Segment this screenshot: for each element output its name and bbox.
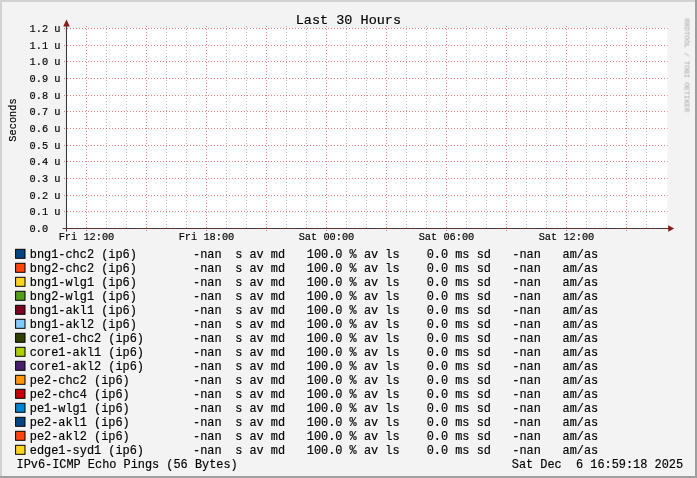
svg-text:-nan: -nan [512, 360, 541, 374]
svg-text:-nan: -nan [193, 444, 222, 458]
svg-text:bng1-wlg1 (ip6): bng1-wlg1 (ip6) [30, 276, 137, 290]
svg-text:-nan: -nan [193, 332, 222, 346]
svg-text:pe2-chc4 (ip6): pe2-chc4 (ip6) [30, 388, 130, 402]
svg-text:0.0 ms sd: 0.0 ms sd [427, 290, 491, 304]
svg-text:0.0 ms sd: 0.0 ms sd [427, 444, 491, 458]
svg-text:-nan: -nan [193, 276, 222, 290]
svg-text:-nan: -nan [193, 262, 222, 276]
svg-text:pe2-akl2 (ip6): pe2-akl2 (ip6) [30, 430, 130, 444]
svg-text:-nan: -nan [512, 262, 541, 276]
svg-text:Fri 12:00: Fri 12:00 [59, 231, 115, 243]
svg-text:Last 30 Hours: Last 30 Hours [296, 13, 401, 28]
svg-text:100.0 % av ls: 100.0 % av ls [307, 304, 400, 318]
svg-text:100.0 % av ls: 100.0 % av ls [307, 248, 400, 262]
svg-text:bng1-akl2 (ip6): bng1-akl2 (ip6) [30, 318, 137, 332]
svg-text:0.5 u: 0.5 u [30, 140, 61, 152]
svg-text:am/as: am/as [563, 388, 599, 402]
svg-text:0.7 u: 0.7 u [30, 106, 61, 118]
svg-text:s av md: s av md [235, 304, 285, 318]
svg-text:-nan: -nan [193, 318, 222, 332]
svg-text:0.0 ms sd: 0.0 ms sd [427, 248, 491, 262]
svg-text:-nan: -nan [512, 346, 541, 360]
svg-text:s av md: s av md [235, 416, 285, 430]
svg-text:100.0 % av ls: 100.0 % av ls [307, 332, 400, 346]
svg-text:-nan: -nan [193, 304, 222, 318]
svg-text:am/as: am/as [563, 276, 599, 290]
svg-text:0.0 ms sd: 0.0 ms sd [427, 262, 491, 276]
svg-text:100.0 % av ls: 100.0 % av ls [307, 290, 400, 304]
svg-text:-nan: -nan [193, 388, 222, 402]
svg-text:100.0 % av ls: 100.0 % av ls [307, 360, 400, 374]
svg-text:0.0 ms sd: 0.0 ms sd [427, 430, 491, 444]
svg-text:s av md: s av md [235, 374, 285, 388]
svg-text:0.0: 0.0 [30, 223, 49, 235]
svg-text:0.0 ms sd: 0.0 ms sd [427, 332, 491, 346]
svg-text:0.0 ms sd: 0.0 ms sd [427, 318, 491, 332]
svg-text:s av md: s av md [235, 360, 285, 374]
svg-text:-nan: -nan [193, 248, 222, 262]
svg-text:pe1-wlg1 (ip6): pe1-wlg1 (ip6) [30, 402, 130, 416]
svg-text:-nan: -nan [512, 304, 541, 318]
svg-text:1.1 u: 1.1 u [30, 40, 61, 52]
svg-text:s av md: s av md [235, 402, 285, 416]
svg-text:Sat 00:00: Sat 00:00 [299, 231, 355, 243]
svg-text:100.0 % av ls: 100.0 % av ls [307, 276, 400, 290]
svg-text:s av md: s av md [235, 332, 285, 346]
svg-text:-nan: -nan [512, 374, 541, 388]
svg-text:bng2-chc2 (ip6): bng2-chc2 (ip6) [30, 262, 137, 276]
svg-text:-nan: -nan [193, 346, 222, 360]
svg-text:RRDTOOL / TOBI OETIKER: RRDTOOL / TOBI OETIKER [683, 19, 691, 113]
svg-text:-nan: -nan [193, 416, 222, 430]
svg-text:-nan: -nan [512, 276, 541, 290]
svg-text:s av md: s av md [235, 388, 285, 402]
svg-text:s av md: s av md [235, 290, 285, 304]
svg-text:s av md: s av md [235, 262, 285, 276]
svg-text:0.0 ms sd: 0.0 ms sd [427, 388, 491, 402]
svg-text:-nan: -nan [512, 416, 541, 430]
svg-text:s av md: s av md [235, 248, 285, 262]
svg-text:am/as: am/as [563, 332, 599, 346]
svg-text:1.0 u: 1.0 u [30, 56, 61, 68]
svg-text:core1-akl1 (ip6): core1-akl1 (ip6) [30, 346, 144, 360]
svg-text:core1-chc2 (ip6): core1-chc2 (ip6) [30, 332, 144, 346]
svg-text:-nan: -nan [512, 318, 541, 332]
svg-text:0.8 u: 0.8 u [30, 90, 61, 102]
svg-text:-nan: -nan [512, 388, 541, 402]
svg-text:am/as: am/as [563, 444, 599, 458]
svg-text:0.0 ms sd: 0.0 ms sd [427, 402, 491, 416]
svg-text:100.0 % av ls: 100.0 % av ls [307, 416, 400, 430]
svg-text:0.0 ms sd: 0.0 ms sd [427, 374, 491, 388]
svg-text:100.0 % av ls: 100.0 % av ls [307, 430, 400, 444]
svg-text:am/as: am/as [563, 402, 599, 416]
svg-text:Sat 06:00: Sat 06:00 [419, 231, 475, 243]
svg-text:s av md: s av md [235, 276, 285, 290]
svg-text:s av md: s av md [235, 430, 285, 444]
svg-text:100.0 % av ls: 100.0 % av ls [307, 346, 400, 360]
svg-text:0.3 u: 0.3 u [30, 173, 61, 185]
svg-text:-nan: -nan [193, 360, 222, 374]
svg-text:am/as: am/as [563, 262, 599, 276]
svg-text:s av md: s av md [235, 444, 285, 458]
svg-text:bng2-wlg1 (ip6): bng2-wlg1 (ip6) [30, 290, 137, 304]
svg-text:0.2 u: 0.2 u [30, 190, 61, 202]
svg-text:am/as: am/as [563, 416, 599, 430]
svg-text:-nan: -nan [193, 290, 222, 304]
svg-text:-nan: -nan [193, 430, 222, 444]
svg-text:s av md: s av md [235, 318, 285, 332]
svg-text:pe2-chc2 (ip6): pe2-chc2 (ip6) [30, 374, 130, 388]
svg-text:Seconds: Seconds [7, 98, 19, 141]
svg-text:0.9 u: 0.9 u [30, 73, 61, 85]
svg-text:-nan: -nan [512, 444, 541, 458]
svg-text:am/as: am/as [563, 248, 599, 262]
svg-text:Fri 18:00: Fri 18:00 [179, 231, 235, 243]
svg-text:0.6 u: 0.6 u [30, 123, 61, 135]
svg-text:am/as: am/as [563, 374, 599, 388]
svg-text:100.0 % av ls: 100.0 % av ls [307, 444, 400, 458]
svg-text:s av md: s av md [235, 346, 285, 360]
svg-text:am/as: am/as [563, 346, 599, 360]
svg-text:edge1-syd1 (ip6): edge1-syd1 (ip6) [30, 444, 144, 458]
svg-text:-nan: -nan [512, 290, 541, 304]
svg-text:1.2 u: 1.2 u [30, 23, 61, 35]
svg-text:100.0 % av ls: 100.0 % av ls [307, 402, 400, 416]
svg-text:Sat Dec 6 16:59:18 2025: Sat Dec 6 16:59:18 2025 [512, 458, 683, 472]
